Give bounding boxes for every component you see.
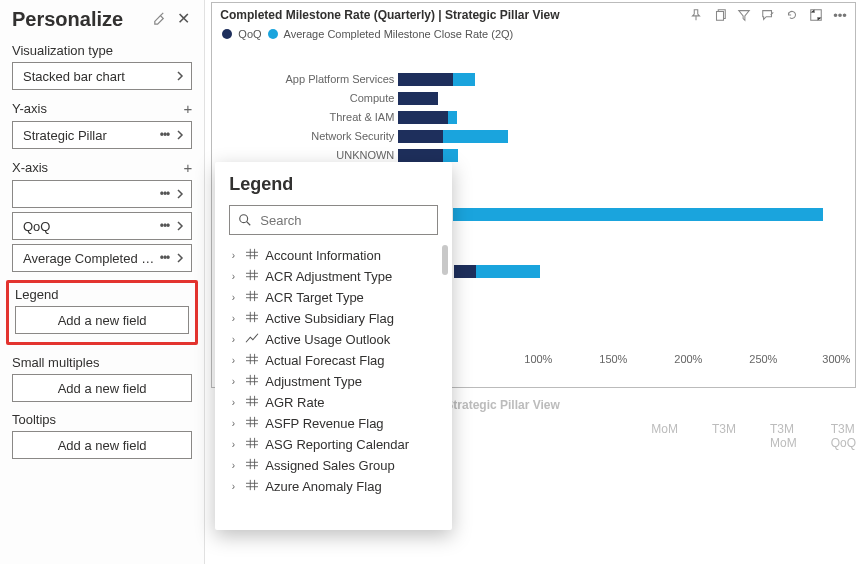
- chevron-right-icon[interactable]: ›: [227, 418, 239, 429]
- chevron-right-icon[interactable]: [175, 188, 185, 200]
- chevron-right-icon[interactable]: ›: [227, 355, 239, 366]
- field-tree-item[interactable]: ›AGR Rate: [215, 392, 452, 413]
- more-icon[interactable]: •••: [156, 128, 174, 142]
- bar-segment[interactable]: [454, 265, 476, 278]
- chevron-right-icon[interactable]: ›: [227, 250, 239, 261]
- ghost-col: T3M MoM: [770, 422, 797, 450]
- more-icon[interactable]: •••: [831, 6, 849, 24]
- personalize-panel: Personalize ✕ Visualization type Stacked…: [0, 0, 205, 564]
- chevron-right-icon[interactable]: ›: [227, 271, 239, 282]
- x-axis-field-2[interactable]: QoQ •••: [12, 212, 192, 240]
- bar-segment[interactable]: [453, 208, 823, 221]
- svg-line-3: [247, 222, 251, 226]
- field-name: Actual Forecast Flag: [265, 353, 384, 368]
- field-name: Azure Anomaly Flag: [265, 479, 381, 494]
- bar-segment[interactable]: [398, 111, 448, 124]
- bar-segment[interactable]: [476, 265, 540, 278]
- svg-rect-13: [246, 438, 258, 448]
- field-tree[interactable]: ›Account Information›ACR Adjustment Type…: [215, 243, 452, 528]
- svg-rect-7: [246, 312, 258, 322]
- add-x-axis-button[interactable]: +: [184, 159, 193, 176]
- chevron-right-icon[interactable]: ›: [227, 439, 239, 450]
- panel-title: Personalize: [12, 8, 123, 31]
- field-name: ACR Adjustment Type: [265, 269, 392, 284]
- small-multiples-add-button[interactable]: Add a new field: [12, 374, 192, 402]
- field-tree-item[interactable]: ›ASG Reporting Calendar: [215, 434, 452, 455]
- bar-segment[interactable]: [443, 130, 508, 143]
- comment-icon[interactable]: [759, 6, 777, 24]
- svg-rect-9: [246, 354, 258, 364]
- more-icon[interactable]: •••: [156, 187, 174, 201]
- panel-header: Personalize ✕: [12, 8, 192, 31]
- chevron-right-icon[interactable]: ›: [227, 292, 239, 303]
- bar-segment[interactable]: [398, 92, 438, 105]
- field-tree-item[interactable]: ›Adjustment Type: [215, 371, 452, 392]
- reset-icon[interactable]: [783, 6, 801, 24]
- focus-icon[interactable]: [807, 6, 825, 24]
- search-input-wrapper[interactable]: [229, 205, 438, 235]
- popup-title: Legend: [215, 172, 452, 205]
- bar-segment[interactable]: [398, 130, 443, 143]
- x-axis-tick: 200%: [674, 353, 702, 365]
- chart-legend: QoQ Average Completed Milestone Close Ra…: [212, 26, 855, 46]
- x-axis-field-3[interactable]: Average Completed … •••: [12, 244, 192, 272]
- legend-add-field-button[interactable]: Add a new field: [15, 306, 189, 334]
- bar-segment[interactable]: [448, 111, 457, 124]
- ghost-col: T3M QoQ: [831, 422, 856, 450]
- field-tree-item[interactable]: ›ACR Target Type: [215, 287, 452, 308]
- y-axis-field[interactable]: Strategic Pillar •••: [12, 121, 192, 149]
- eraser-icon[interactable]: [152, 11, 167, 29]
- bar-segment[interactable]: [398, 73, 453, 86]
- copy-icon[interactable]: [711, 6, 729, 24]
- chevron-right-icon[interactable]: ›: [227, 334, 239, 345]
- x-axis-field-1[interactable]: •••: [12, 180, 192, 208]
- table-icon: [245, 437, 259, 452]
- chevron-right-icon[interactable]: ›: [227, 460, 239, 471]
- table-icon: [245, 416, 259, 431]
- field-tree-item[interactable]: ›Active Usage Outlook: [215, 329, 452, 350]
- field-name: Adjustment Type: [265, 374, 362, 389]
- bar-segment[interactable]: [453, 73, 475, 86]
- more-icon[interactable]: •••: [156, 219, 174, 233]
- tooltips-add-button[interactable]: Add a new field: [12, 431, 192, 459]
- legend-section-highlight: Legend Add a new field: [6, 280, 198, 345]
- svg-rect-4: [246, 249, 258, 259]
- table-icon: [245, 311, 259, 326]
- field-name: ACR Target Type: [265, 290, 364, 305]
- field-tree-item[interactable]: ›Active Subsidiary Flag: [215, 308, 452, 329]
- chevron-right-icon[interactable]: ›: [227, 481, 239, 492]
- field-name: ASG Reporting Calendar: [265, 437, 409, 452]
- search-input[interactable]: [260, 213, 429, 228]
- scrollbar-thumb[interactable]: [442, 245, 448, 275]
- viz-type-field[interactable]: Stacked bar chart: [12, 62, 192, 90]
- field-tree-item[interactable]: ›ACR Adjustment Type: [215, 266, 452, 287]
- bar-segment[interactable]: [443, 149, 458, 162]
- close-icon[interactable]: ✕: [177, 11, 192, 26]
- x-axis-tick: 100%: [524, 353, 552, 365]
- chevron-right-icon[interactable]: ›: [227, 397, 239, 408]
- pin-icon[interactable]: [687, 6, 705, 24]
- svg-point-2: [240, 215, 248, 223]
- field-tree-item[interactable]: ›Actual Forecast Flag: [215, 350, 452, 371]
- field-tree-item[interactable]: ›ASFP Revenue Flag: [215, 413, 452, 434]
- field-tree-item[interactable]: ›Account Information: [215, 245, 452, 266]
- y-category-label: Network Security: [311, 130, 394, 142]
- chevron-right-icon[interactable]: [175, 220, 185, 232]
- chevron-right-icon[interactable]: [175, 252, 185, 264]
- chevron-right-icon[interactable]: [175, 129, 185, 141]
- more-icon[interactable]: •••: [156, 251, 174, 265]
- table-icon: [245, 458, 259, 473]
- chevron-right-icon[interactable]: ›: [227, 313, 239, 324]
- svg-rect-15: [246, 480, 258, 490]
- bar-segment[interactable]: [398, 149, 443, 162]
- add-y-axis-button[interactable]: +: [184, 100, 193, 117]
- field-tree-item[interactable]: ›Azure Anomaly Flag: [215, 476, 452, 497]
- field-tree-item[interactable]: ›Assigned Sales Group: [215, 455, 452, 476]
- filter-icon[interactable]: [735, 6, 753, 24]
- small-multiples-label: Small multiples: [12, 355, 192, 370]
- tooltips-label: Tooltips: [12, 412, 192, 427]
- table-icon: [245, 374, 259, 389]
- table-icon: [245, 395, 259, 410]
- chevron-right-icon[interactable]: ›: [227, 376, 239, 387]
- chevron-right-icon[interactable]: [175, 70, 185, 82]
